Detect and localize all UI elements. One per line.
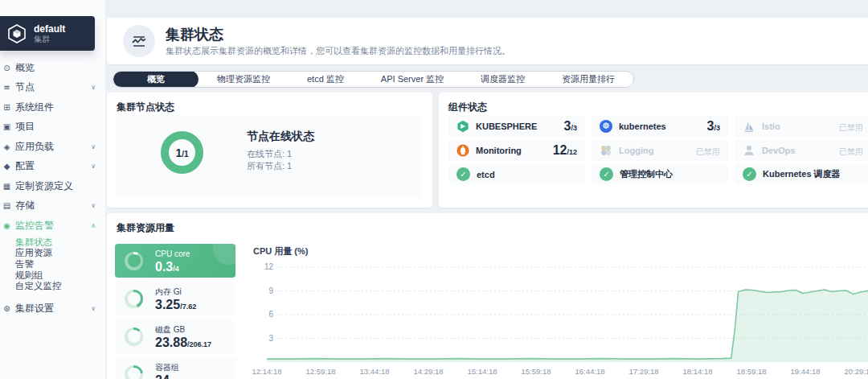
component-monitoring[interactable]: Monitoring 12/12 [448, 139, 585, 161]
component-kubernetes-scheduler[interactable]: ✓ Kubernetes 调度器 [735, 163, 868, 185]
page-header: 集群状态 集群状态展示集群资源的概览和详情，您可以查看集群资源的监控数据和用量排… [107, 18, 868, 64]
crd-icon [2, 182, 12, 191]
sidebar-item-monitoring-alerting[interactable]: 监控告警 [0, 216, 105, 236]
total-nodes-count: 所有节点: 1 [247, 160, 314, 172]
chevron-down-icon [91, 305, 96, 312]
component-grid: KUBESPHERE 3/3 ☸ kubernetes 3/3 Istio 已禁… [448, 115, 868, 185]
resource-cards: CPU core 0.3/4 内存 Gi 3.25/7.62 磁盘 GB 23.… [115, 244, 235, 379]
svg-text:17:29:18: 17:29:18 [629, 367, 659, 376]
monitoring-icon [457, 144, 469, 157]
sidebar-item-configuration[interactable]: 配置 [0, 157, 105, 177]
sidebar-item-nodes[interactable]: 节点 [0, 78, 105, 98]
cluster-settings-icon [2, 304, 12, 313]
component-devops[interactable]: DevOps 已禁用 [735, 139, 868, 161]
monitoring-submenu: 集群状态 应用资源 告警 规则组 自定义监控 [0, 236, 105, 295]
cluster-selector[interactable]: default 集群 [0, 16, 95, 51]
sidebar-subitem-alerts[interactable]: 告警 [0, 259, 105, 270]
overview-icon [2, 64, 12, 72]
svg-text:3: 3 [268, 334, 273, 343]
component-control-center[interactable]: ✓ 管理控制中心 [592, 163, 728, 185]
disk-usage-ring-icon [125, 328, 143, 346]
system-components-icon [2, 103, 12, 112]
pulse-chart-icon [123, 25, 155, 57]
sidebar-item-crd[interactable]: 定制资源定义 [0, 176, 105, 196]
istio-icon [743, 120, 755, 133]
resource-card-pods[interactable]: 容器组 24/110 [115, 357, 235, 379]
resource-card-disk[interactable]: 磁盘 GB 23.88/206.17 [115, 319, 235, 353]
storage-icon [2, 201, 12, 210]
sidebar-item-system-components[interactable]: 系统组件 [0, 97, 105, 117]
cpu-card-value: 0.3 [155, 260, 173, 274]
component-status-panel-title: 组件状态 [448, 101, 487, 114]
chevron-down-icon [91, 84, 96, 91]
kubernetes-icon: ☸ [600, 120, 612, 133]
sidebar-subitem-rule-groups[interactable]: 规则组 [0, 270, 105, 281]
cluster-name: default [34, 23, 65, 35]
tab-api-server-monitoring[interactable]: API Server 监控 [362, 71, 462, 88]
logging-icon [600, 144, 612, 157]
donut-total: /1 [182, 150, 188, 159]
component-istio[interactable]: Istio 已禁用 [735, 115, 868, 137]
sidebar-subitem-custom-monitoring[interactable]: 自定义监控 [0, 281, 105, 292]
cpu-card-total: /4 [173, 265, 179, 273]
pods-card-value: 24 [155, 373, 170, 379]
svg-text:13:44:18: 13:44:18 [360, 367, 390, 376]
pods-usage-ring-icon [125, 365, 143, 379]
node-online-heading: 节点在线状态 [247, 130, 314, 144]
memory-card-value: 3.25 [155, 298, 180, 311]
disk-card-total: /206.17 [187, 340, 211, 348]
sidebar-item-app-workloads[interactable]: 应用负载 [0, 137, 105, 157]
sidebar-item-overview[interactable]: 概览 [0, 58, 105, 78]
tab-physical-resource-monitoring[interactable]: 物理资源监控 [199, 71, 289, 88]
svg-text:9: 9 [268, 286, 273, 295]
component-etcd[interactable]: ✓ etcd [448, 163, 585, 185]
devops-icon [743, 144, 755, 157]
nodes-icon [2, 83, 12, 92]
cluster-node-status-panel: 集群节点状态 1/1 节点在线状态 在线节点: 1 所有节点: 1 [107, 93, 432, 208]
svg-text:16:44:18: 16:44:18 [575, 367, 605, 376]
sidebar: default 集群 概览 节点 系统组件 项目 应用负载 配置 [0, 0, 105, 379]
svg-text:12:59:18: 12:59:18 [306, 367, 336, 376]
check-icon: ✓ [743, 167, 756, 181]
component-kubesphere[interactable]: KUBESPHERE 3/3 [448, 115, 585, 137]
cpu-card-label: CPU core [155, 249, 190, 258]
component-logging[interactable]: Logging 已禁用 [592, 139, 728, 161]
svg-text:12:14:18: 12:14:18 [252, 367, 282, 376]
cpu-usage-ring-icon [125, 252, 143, 270]
check-icon: ✓ [600, 167, 613, 181]
svg-text:18:59:18: 18:59:18 [737, 367, 767, 376]
disk-card-value: 23.88 [155, 336, 187, 349]
monitoring-alerting-icon [2, 221, 12, 230]
cluster-type: 集群 [34, 35, 65, 44]
sidebar-item-projects[interactable]: 项目 [0, 117, 105, 138]
resource-card-cpu[interactable]: CPU core 0.3/4 [115, 244, 235, 278]
svg-text:20:29:18: 20:29:18 [845, 367, 868, 376]
sidebar-subitem-app-resources[interactable]: 应用资源 [0, 248, 105, 259]
svg-text:15:14:18: 15:14:18 [468, 367, 497, 376]
svg-text:18:14:18: 18:14:18 [683, 367, 713, 376]
page-title: 集群状态 [166, 26, 510, 43]
tab-resource-usage-ranking[interactable]: 资源用量排行 [543, 71, 633, 88]
sidebar-subitem-cluster-status[interactable]: 集群状态 [0, 237, 105, 249]
cluster-hexagon-icon [6, 23, 27, 44]
sidebar-item-cluster-settings[interactable]: 集群设置 [0, 299, 105, 319]
tab-etcd-monitoring[interactable]: etcd 监控 [289, 71, 362, 88]
sidebar-item-storage[interactable]: 存储 [0, 196, 105, 216]
online-nodes-count: 在线节点: 1 [247, 148, 314, 160]
cpu-usage-chart: CPU 用量 (%) 3691212:14:1812:59:1813:44:18… [244, 242, 868, 379]
svg-text:14:29:18: 14:29:18 [414, 367, 444, 376]
svg-text:12: 12 [264, 262, 274, 271]
resource-card-memory[interactable]: 内存 Gi 3.25/7.62 [115, 282, 235, 315]
svg-text:15:59:18: 15:59:18 [522, 367, 551, 376]
tab-overview[interactable]: 概览 [113, 71, 199, 88]
pods-card-label: 容器组 [155, 363, 179, 372]
chevron-up-icon [91, 222, 96, 229]
node-online-card: 1/1 节点在线状态 在线节点: 1 所有节点: 1 [117, 115, 421, 197]
disk-card-label: 磁盘 GB [155, 325, 185, 334]
tab-scheduler-monitoring[interactable]: 调度器监控 [462, 71, 543, 88]
check-icon: ✓ [457, 167, 470, 181]
component-kubernetes[interactable]: ☸ kubernetes 3/3 [592, 115, 728, 137]
cluster-resource-usage-panel: 集群资源用量 CPU core 0.3/4 内存 Gi 3.25/7.62 磁盘… [107, 213, 868, 379]
memory-usage-ring-icon [125, 290, 143, 308]
monitor-tabbar: 概览 物理资源监控 etcd 监控 API Server 监控 调度器监控 资源… [113, 71, 634, 88]
